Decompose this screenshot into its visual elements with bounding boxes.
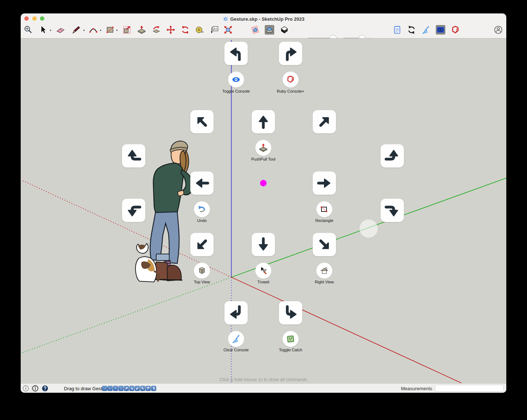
toolbar: ▾ ▾ ▾ ▾ A1 11/08 01:30 PM — [21, 24, 506, 38]
drawing-canvas[interactable]: Toggle Console Ruby Console+ PushPull To… — [21, 38, 506, 384]
gesture-arrow-down[interactable] — [252, 233, 275, 256]
console-panel-button[interactable] — [436, 25, 445, 35]
legend-arrow-up-right: ↗ — [124, 386, 129, 391]
ruby-console-toolbar-button[interactable] — [450, 25, 460, 35]
arc-dropdown-caret[interactable]: ▾ — [100, 29, 101, 32]
help-icon[interactable] — [42, 385, 48, 393]
gesture-command-label: Top View — [194, 280, 210, 284]
window-title: Gesture.skp - SketchUp Pro 2023 — [230, 16, 304, 22]
select-dropdown-caret[interactable]: ▾ — [50, 29, 51, 32]
rectangle-icon — [316, 201, 332, 217]
legend-arrow-turn-up: ↱ — [146, 386, 151, 391]
gesture-hint-text: Click & hold mouse 1s to show all comman… — [220, 377, 307, 382]
push-pull-tool-button[interactable] — [137, 25, 146, 35]
legend-arrow-down-right: ↘ — [129, 386, 134, 391]
eraser-tool-button[interactable] — [56, 25, 65, 35]
statusbar: Drag to draw Gesture → ← ↑ ↓ ↗ ↘ ↙ ↖ ↱ ↴… — [21, 383, 506, 393]
gesture-arrow-left-then-down[interactable] — [122, 199, 145, 222]
broom-icon — [228, 331, 244, 347]
select-tool-button[interactable] — [38, 25, 48, 35]
account-button[interactable] — [494, 25, 503, 35]
gesture-command-label: Right View — [315, 280, 334, 284]
legend-arrow-left: ← — [108, 386, 113, 391]
pushpull-icon — [255, 140, 271, 156]
gesture-arrow-down-then-left[interactable] — [224, 301, 248, 324]
legend-arrow-up-left: ↖ — [140, 386, 145, 391]
zoom-tool-button[interactable] — [24, 25, 33, 35]
titlebar: Gesture.skp - SketchUp Pro 2023 — [21, 13, 506, 24]
notes-button[interactable] — [392, 25, 402, 35]
gesture-arrow-turn-up-right[interactable] — [279, 42, 302, 65]
section-fill-button[interactable] — [280, 25, 289, 35]
gesture-command-label: Toggle Console — [222, 89, 250, 93]
gesture-arrow-left-then-up[interactable] — [122, 144, 145, 167]
legend-arrow-down-left: ↙ — [135, 386, 140, 391]
gesture-arrow-right[interactable] — [313, 171, 336, 195]
gesture-arrow-left[interactable] — [190, 171, 214, 195]
trowel-icon — [255, 263, 271, 279]
gesture-arrow-up-left[interactable] — [190, 110, 214, 133]
undo-icon — [194, 201, 210, 217]
section-display-button[interactable] — [265, 25, 274, 35]
statusbar-divider — [31, 385, 32, 391]
box-icon — [194, 263, 210, 279]
rotate-tool-button[interactable] — [181, 25, 190, 35]
gesture-command-label: PushPull Tool — [251, 157, 275, 161]
mouse-hint-icon[interactable] — [23, 385, 29, 393]
measurements-input[interactable] — [435, 385, 504, 392]
gesture-command-label: Undo — [197, 218, 207, 223]
section-plane-button[interactable] — [250, 25, 260, 35]
document-icon — [223, 16, 228, 22]
gesture-command-label: Toggle Catch — [279, 348, 302, 352]
gesture-start-dot — [260, 180, 267, 186]
follow-me-tool-button[interactable] — [151, 25, 161, 35]
gesture-arrow-down-right[interactable] — [313, 233, 336, 256]
measurements-label: Measurements — [395, 386, 432, 391]
green-note-icon — [283, 331, 299, 347]
window-title-row: Gesture.skp - SketchUp Pro 2023 — [21, 16, 506, 22]
gesture-command-label: Ruby Console+ — [277, 89, 304, 93]
info-icon[interactable] — [32, 385, 38, 393]
gesture-arrow-down-left[interactable] — [190, 233, 214, 256]
arc-tool-button[interactable] — [89, 25, 98, 35]
tape-measure-tool-button[interactable] — [195, 25, 204, 35]
zoom-extents-tool-button[interactable] — [223, 25, 233, 35]
gesture-arrow-turn-up-left[interactable] — [224, 42, 248, 65]
model-axes — [21, 39, 506, 384]
cursor-halo — [360, 219, 378, 238]
ruby-icon — [283, 72, 299, 88]
legend-arrow-turn-down: ↴ — [151, 386, 156, 391]
gesture-command-label: Clear Console — [223, 348, 249, 352]
line-dropdown-caret[interactable]: ▾ — [83, 29, 85, 32]
move-tool-button[interactable] — [166, 25, 175, 35]
gesture-arrow-up-right[interactable] — [313, 110, 336, 133]
gesture-command-label: Rectangle — [315, 218, 333, 223]
gesture-arrow-right-then-down[interactable] — [381, 199, 404, 222]
legend-arrow-right: → — [102, 386, 107, 391]
gesture-arrow-up[interactable] — [252, 110, 275, 133]
sync-button[interactable] — [407, 25, 416, 35]
house-icon — [316, 263, 332, 279]
gesture-command-label: Trowel — [258, 280, 269, 284]
gesture-arrow-down-then-right[interactable] — [279, 301, 302, 324]
line-tool-button[interactable] — [72, 25, 81, 35]
text-tool-button[interactable]: A1 — [210, 25, 219, 35]
rectangle-tool-button[interactable] — [105, 25, 115, 35]
legend-arrow-down: ↓ — [118, 386, 123, 391]
legend-arrow-up: ↑ — [113, 386, 118, 391]
sketchup-window: Gesture.skp - SketchUp Pro 2023 ▾ ▾ ▾ ▾ … — [21, 13, 506, 393]
text-tool-glyph: A1 — [214, 27, 217, 31]
cleanup-broom-button[interactable] — [421, 25, 430, 35]
gesture-arrow-right-then-up[interactable] — [381, 144, 404, 167]
scale-tool-button[interactable] — [122, 25, 131, 35]
rectangle-dropdown-caret[interactable]: ▾ — [116, 29, 118, 32]
eye-icon — [228, 72, 244, 88]
